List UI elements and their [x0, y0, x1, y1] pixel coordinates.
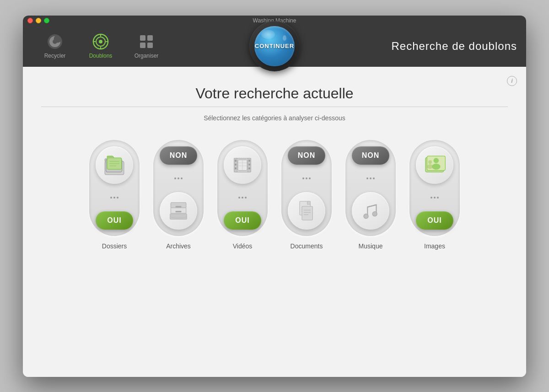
svg-rect-24 [175, 211, 181, 212]
toolbar: Recycler Doublons [23, 26, 526, 67]
category-label-videos: Vidéos [233, 242, 253, 250]
categories-container: OUI Dossiers NON [89, 140, 460, 250]
category-documents[interactable]: NON [281, 140, 332, 250]
svg-point-4 [99, 40, 102, 43]
toggle-btn-archives-top[interactable]: NON [160, 146, 197, 165]
tab-recycler-label: Recycler [44, 53, 66, 59]
svg-rect-30 [235, 160, 236, 161]
category-label-dossiers: Dossiers [102, 242, 127, 250]
organiser-icon [138, 33, 155, 50]
svg-line-49 [367, 204, 376, 207]
category-label-archives: Archives [166, 242, 191, 250]
continue-button-outer: CONTINUER [249, 21, 300, 71]
tab-organiser[interactable]: Organiser [124, 28, 169, 64]
svg-rect-26 [170, 214, 187, 219]
svg-rect-12 [147, 43, 153, 48]
svg-rect-41 [307, 201, 311, 204]
toggle-dots-documents [302, 177, 311, 179]
toggle-dots-images [431, 197, 439, 199]
documents-icon-area [288, 192, 325, 230]
toggle-btn-musique-top[interactable]: NON [352, 146, 389, 165]
main-window: Washing Machine Recycler [23, 16, 526, 377]
toggle-btn-images[interactable]: OUI [416, 211, 453, 230]
info-label: i [511, 77, 513, 84]
toolbar-right-title: Recherche de doublons [391, 40, 517, 53]
continue-button[interactable]: CONTINUER [254, 26, 295, 66]
toggle-btn-documents-top[interactable]: NON [288, 146, 325, 165]
svg-rect-45 [302, 206, 312, 220]
svg-rect-34 [248, 163, 250, 165]
continue-button-wrapper: CONTINUER [249, 21, 300, 71]
page-title: Votre recherche actuelle [195, 85, 353, 102]
category-dossiers[interactable]: OUI Dossiers [89, 140, 140, 250]
category-label-musique: Musique [359, 242, 383, 250]
tab-recycler[interactable]: Recycler [32, 28, 78, 64]
toggle-btn-dossiers[interactable]: OUI [96, 211, 133, 230]
toggle-dots-videos [238, 197, 247, 199]
svg-rect-23 [175, 206, 181, 207]
subtitle: Sélectionnez les catégories à analyser c… [204, 114, 345, 122]
musique-icon-area [352, 192, 389, 230]
svg-rect-31 [235, 163, 236, 165]
archives-icon-area [160, 192, 197, 230]
toggle-musique[interactable]: NON [345, 140, 396, 236]
dossiers-icon-area [96, 146, 133, 184]
toggle-dossiers[interactable]: OUI [89, 140, 140, 236]
fullscreen-button[interactable] [44, 18, 49, 23]
svg-point-50 [364, 214, 368, 218]
svg-point-54 [434, 158, 439, 163]
tab-doublons-label: Doublons [89, 53, 113, 59]
toolbar-tabs: Recycler Doublons [32, 28, 169, 64]
info-icon[interactable]: i [507, 76, 517, 86]
svg-rect-10 [147, 35, 153, 41]
svg-rect-33 [248, 160, 250, 161]
toggle-images[interactable]: OUI [409, 140, 460, 236]
category-label-images: Images [424, 242, 445, 250]
category-images[interactable]: OUI Images [409, 140, 460, 250]
category-videos[interactable]: OUI Vidéos [217, 140, 268, 250]
traffic-lights [27, 18, 49, 23]
toggle-archives[interactable]: NON [153, 140, 204, 236]
recycler-icon [47, 33, 63, 50]
category-archives[interactable]: NON [153, 140, 204, 250]
svg-point-55 [432, 163, 440, 169]
continue-button-label: CONTINUER [255, 43, 294, 49]
close-button[interactable] [27, 18, 33, 23]
svg-rect-11 [140, 43, 145, 48]
minimize-button[interactable] [36, 18, 41, 23]
doublons-icon [92, 33, 109, 50]
toggle-dots-archives [174, 177, 183, 179]
main-content: i Votre recherche actuelle Sélectionnez … [23, 67, 526, 377]
tab-doublons[interactable]: Doublons [78, 28, 124, 64]
svg-rect-32 [235, 167, 236, 169]
svg-point-1 [53, 39, 57, 44]
separator [41, 107, 508, 107]
toggle-documents[interactable]: NON [281, 140, 332, 236]
toggle-dots-musique [366, 177, 375, 179]
category-musique[interactable]: NON Musique [345, 140, 396, 250]
svg-point-57 [427, 164, 433, 169]
toggle-videos[interactable]: OUI [217, 140, 268, 236]
svg-point-51 [372, 211, 377, 216]
svg-point-56 [428, 160, 432, 164]
toggle-btn-videos[interactable]: OUI [224, 211, 261, 230]
images-icon-area [416, 146, 453, 184]
videos-icon-area [224, 146, 261, 184]
toggle-dots-dossiers [110, 197, 118, 199]
tab-organiser-label: Organiser [135, 53, 159, 59]
category-label-documents: Documents [291, 242, 323, 250]
svg-rect-35 [248, 167, 250, 169]
svg-rect-9 [140, 35, 145, 41]
